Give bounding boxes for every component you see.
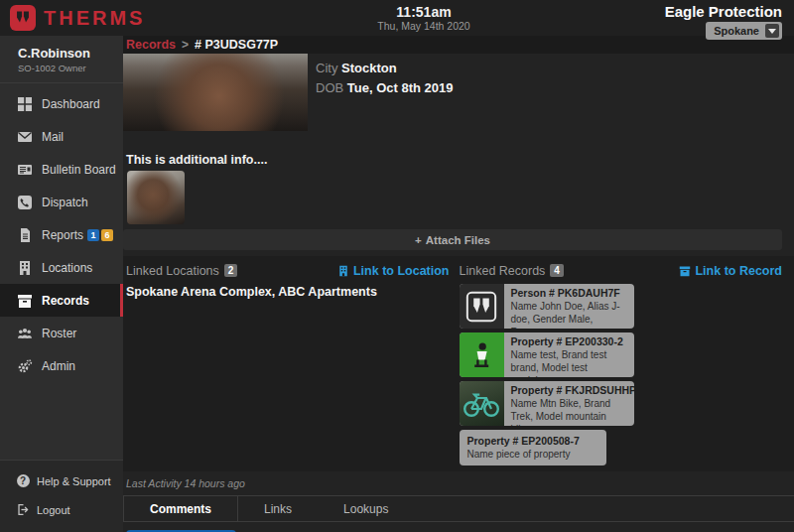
card-title: Person # PK6DAUH7F: [511, 287, 627, 299]
sidebar-item-label: Logout: [37, 504, 70, 516]
sidebar-item-dashboard[interactable]: Dashboard: [0, 87, 123, 120]
card-text: Person # PK6DAUH7F Name John Doe, Alias …: [504, 284, 634, 329]
link-to-location-label: Link to Location: [353, 264, 450, 278]
user-name: C.Robinson: [18, 46, 123, 61]
sidebar-item-label: Help & Support: [37, 475, 111, 487]
linked-records-section: Linked Records 4 Link to Record: [460, 262, 783, 466]
card-description: Name piece of property: [467, 448, 580, 461]
breadcrumb-separator: >: [182, 38, 189, 52]
sidebar-item-records[interactable]: Records: [0, 284, 123, 317]
sidebar-nav: Dashboard Mail Bulletin Board Dispatch R…: [0, 83, 123, 382]
link-to-location-button[interactable]: Link to Location: [337, 264, 450, 278]
sidebar-item-label: Locations: [42, 261, 92, 275]
question-icon: ?: [14, 474, 32, 487]
field-label: City: [316, 61, 337, 75]
linked-panel: Linked Locations 2 Link to Location Spok…: [123, 256, 794, 471]
region-selector[interactable]: Spokane: [706, 22, 782, 40]
sidebar-footer: ? Help & Support Logout: [0, 460, 123, 532]
linked-record-card-property-2[interactable]: Property # FKJRDSUHHP Name Mtn Bike, Bra…: [460, 381, 634, 426]
property-illustration-icon: [460, 332, 504, 377]
card-description: Name test, Brand test brand, Model test …: [511, 348, 627, 377]
linked-records-title: Linked Records: [460, 264, 546, 278]
field-dob: DOB Tue, Oct 8th 2019: [316, 78, 453, 98]
record-fields: City Stockton DOB Tue, Oct 8th 2019: [316, 54, 453, 131]
sidebar-item-label: Roster: [42, 327, 76, 340]
sidebar-item-admin[interactable]: Admin: [0, 349, 123, 382]
card-title: Property # EP200330-2: [511, 335, 627, 347]
tab-comments[interactable]: Comments: [123, 496, 238, 521]
sidebar-item-help-support[interactable]: ? Help & Support: [0, 466, 123, 495]
brand-logo: THERMS: [10, 5, 145, 31]
field-label: DOB: [316, 80, 343, 95]
chevron-down-icon: [765, 24, 779, 38]
tab-links[interactable]: Links: [238, 496, 318, 521]
archive-icon: [679, 265, 691, 277]
building-icon: [337, 265, 349, 277]
card-text: Property # EP200508-7 Name piece of prop…: [460, 434, 588, 462]
sidebar: C.Robinson SO-1002 Owner Dashboard Mail …: [0, 36, 123, 532]
linked-record-card-person[interactable]: Person # PK6DAUH7F Name John Doe, Alias …: [460, 284, 634, 329]
sidebar-item-bulletin-board[interactable]: Bulletin Board: [0, 153, 123, 186]
breadcrumb-records-link[interactable]: Records: [126, 38, 176, 52]
organization-name: Eagle Protection: [665, 3, 782, 20]
sidebar-item-roster[interactable]: Roster: [0, 317, 123, 349]
gears-icon: [14, 358, 36, 374]
envelope-icon: [14, 129, 36, 145]
attach-files-button[interactable]: + Attach Files: [123, 229, 782, 250]
linked-record-card-property-3[interactable]: Property # EP200508-7 Name piece of prop…: [460, 430, 606, 466]
grid-icon: [14, 96, 36, 112]
sidebar-item-reports[interactable]: Reports 1 6: [0, 218, 123, 251]
card-description: Name Mtn Bike, Brand Trek, Model mountai…: [511, 397, 627, 426]
brand-wordmark: THERMS: [44, 7, 145, 30]
sidebar-item-dispatch[interactable]: Dispatch: [0, 186, 123, 218]
tab-lookups[interactable]: Lookups: [318, 496, 414, 521]
sidebar-item-label: Admin: [42, 359, 75, 373]
card-description: Name John Doe, Alias J-doe, Gender Male,…: [511, 300, 627, 329]
breadcrumb-current-record-id: # P3UDSG77P: [195, 38, 278, 52]
profile-row: City Stockton DOB Tue, Oct 8th 2019: [123, 54, 794, 131]
linked-locations-count: 2: [224, 264, 238, 277]
card-text: Property # FKJRDSUHHP Name Mtn Bike, Bra…: [504, 381, 634, 426]
user-role: SO-1002 Owner: [18, 63, 123, 73]
report-icon: [14, 227, 36, 243]
therms-shield-icon: [10, 5, 36, 31]
archive-icon: [14, 293, 36, 309]
sidebar-item-mail[interactable]: Mail: [0, 120, 123, 153]
sidebar-item-label: Dashboard: [42, 97, 100, 111]
top-bar: THERMS 11:51am Thu, May 14th 2020 Eagle …: [0, 0, 794, 36]
sidebar-item-label: Records: [42, 294, 89, 308]
record-photo[interactable]: [123, 54, 308, 131]
reports-badge-orange: 6: [101, 229, 113, 241]
linked-locations-title: Linked Locations: [126, 264, 219, 278]
org-block: Eagle Protection Spokane: [665, 3, 782, 40]
sidebar-item-locations[interactable]: Locations: [0, 251, 123, 284]
additional-info-text: This is additional info....: [126, 153, 794, 167]
card-title: Property # EP200508-7: [467, 435, 580, 447]
field-city: City Stockton: [316, 59, 453, 78]
linked-records-count: 4: [550, 264, 564, 277]
card-title: Property # FKJRDSUHHP: [511, 384, 627, 396]
field-value: Stockton: [341, 61, 397, 75]
attach-files-label: Attach Files: [426, 234, 490, 246]
linked-locations-header: Linked Locations 2 Link to Location: [126, 262, 450, 279]
last-activity-text: Last Activity 14 hours ago: [126, 477, 794, 489]
tab-bar: Comments Links Lookups: [123, 495, 794, 522]
therms-shield-icon: [460, 284, 504, 329]
sidebar-item-label: Bulletin Board: [42, 163, 116, 177]
linked-record-card-property-1[interactable]: Property # EP200330-2 Name test, Brand t…: [460, 332, 634, 377]
card-text: Property # EP200330-2 Name test, Brand t…: [504, 332, 634, 377]
newspaper-icon: [14, 162, 36, 178]
linked-record-cards: Person # PK6DAUH7F Name John Doe, Alias …: [460, 284, 783, 466]
link-to-record-button[interactable]: Link to Record: [679, 264, 782, 278]
sidebar-item-label: Dispatch: [42, 196, 88, 209]
people-icon: [14, 326, 36, 341]
record-detail: City Stockton DOB Tue, Oct 8th 2019 This…: [123, 54, 794, 532]
bike-photo-icon: [460, 381, 504, 426]
field-value: Tue, Oct 8th 2019: [347, 80, 454, 95]
sidebar-item-logout[interactable]: Logout: [0, 495, 123, 524]
building-icon: [14, 260, 36, 276]
attachment-thumbnail[interactable]: [127, 171, 185, 224]
region-selected-value: Spokane: [714, 25, 759, 37]
current-time: 11:51am: [377, 4, 469, 20]
linked-locations-section: Linked Locations 2 Link to Location Spok…: [126, 262, 450, 466]
